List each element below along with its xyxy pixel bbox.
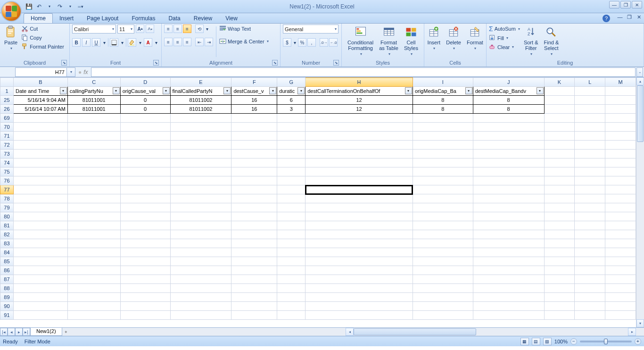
- office-button[interactable]: [1, 1, 22, 22]
- column-header-H[interactable]: H: [305, 78, 413, 87]
- cell-F89[interactable]: [231, 293, 277, 302]
- cell-E69[interactable]: [170, 114, 231, 123]
- save-icon[interactable]: 💾: [25, 2, 33, 11]
- cell-J71[interactable]: [473, 132, 544, 141]
- cell-B79[interactable]: [13, 203, 67, 212]
- cell-C89[interactable]: [67, 293, 120, 302]
- cell-J84[interactable]: [473, 248, 544, 257]
- align-bottom-icon[interactable]: ≡: [183, 25, 191, 33]
- cell-D91[interactable]: [120, 311, 170, 320]
- align-left-icon[interactable]: ≡: [164, 38, 173, 46]
- cell-D82[interactable]: [120, 230, 170, 239]
- cell-B86[interactable]: [13, 266, 67, 275]
- cell-J82[interactable]: [473, 230, 544, 239]
- row-header-88[interactable]: 88: [0, 284, 14, 293]
- italic-icon[interactable]: I: [82, 38, 91, 47]
- cell-I81[interactable]: [413, 221, 473, 230]
- cell-I75[interactable]: [413, 167, 473, 176]
- cell-J72[interactable]: [473, 141, 544, 150]
- cell-H82[interactable]: [305, 230, 413, 239]
- cell-F73[interactable]: [231, 150, 277, 158]
- cell-I87[interactable]: [413, 275, 473, 284]
- cell-E79[interactable]: [170, 203, 231, 212]
- column-header-D[interactable]: D: [120, 78, 170, 87]
- cell-C69[interactable]: [67, 114, 120, 123]
- cell-K84[interactable]: [544, 248, 575, 257]
- cell-I91[interactable]: [413, 311, 473, 320]
- merge-dropdown-icon[interactable]: ▾: [267, 39, 269, 43]
- cell-B89[interactable]: [13, 293, 67, 302]
- align-center-icon[interactable]: ≡: [173, 38, 182, 46]
- cell-E73[interactable]: [170, 150, 231, 158]
- cell-I85[interactable]: [413, 257, 473, 266]
- cell-H71[interactable]: [305, 132, 413, 141]
- cell-M82[interactable]: [605, 230, 636, 239]
- row-header-81[interactable]: 81: [0, 221, 14, 230]
- cell-F79[interactable]: [231, 203, 277, 212]
- cell-D80[interactable]: [120, 212, 170, 221]
- cell-M86[interactable]: [605, 266, 636, 275]
- undo-dropdown-icon[interactable]: ▾: [45, 2, 54, 11]
- cell-F74[interactable]: [231, 158, 277, 167]
- cell-K88[interactable]: [544, 284, 575, 293]
- fx-icon[interactable]: fx: [83, 69, 88, 75]
- clipboard-launcher-icon[interactable]: ⬊: [61, 60, 67, 66]
- cell-C73[interactable]: [67, 150, 120, 158]
- cell-E84[interactable]: [170, 248, 231, 257]
- cell-L75[interactable]: [575, 167, 605, 176]
- cell-D85[interactable]: [120, 257, 170, 266]
- cell-F82[interactable]: [231, 230, 277, 239]
- row-header-77[interactable]: 77: [0, 185, 14, 194]
- cell-C83[interactable]: [67, 239, 120, 248]
- cell-L81[interactable]: [575, 221, 605, 230]
- cell-B80[interactable]: [13, 212, 67, 221]
- cell-H74[interactable]: [305, 158, 413, 167]
- cell-H84[interactable]: [305, 248, 413, 257]
- zoom-out-icon[interactable]: −: [570, 338, 577, 345]
- cell-K85[interactable]: [544, 257, 575, 266]
- workbook-minimize[interactable]: —: [617, 14, 623, 20]
- header-cell-I[interactable]: origMediaCap_Ba▾: [413, 87, 473, 96]
- cell-J91[interactable]: [473, 311, 544, 320]
- comma-icon[interactable]: ,: [307, 38, 316, 47]
- filter-dropdown-C[interactable]: ▾: [113, 87, 120, 94]
- cell-I25[interactable]: 8: [413, 96, 473, 105]
- row-header-73[interactable]: 73: [0, 150, 14, 158]
- align-middle-icon[interactable]: ≡: [173, 25, 182, 33]
- align-top-icon[interactable]: ≡: [164, 25, 173, 33]
- cell-E83[interactable]: [170, 239, 231, 248]
- prev-sheet-icon[interactable]: ◂: [8, 328, 15, 336]
- cell-I72[interactable]: [413, 141, 473, 150]
- column-header-C[interactable]: C: [67, 78, 120, 87]
- font-color-dropdown-icon[interactable]: ▾: [154, 38, 158, 47]
- cell-B72[interactable]: [13, 141, 67, 150]
- cell-E26[interactable]: 81011002: [170, 105, 231, 114]
- cell-F71[interactable]: [231, 132, 277, 141]
- cell-C25[interactable]: 81011001: [67, 96, 120, 105]
- cell-C88[interactable]: [67, 284, 120, 293]
- cell-G91[interactable]: [277, 311, 305, 320]
- cell-M78[interactable]: [605, 194, 636, 203]
- cell-D81[interactable]: [120, 221, 170, 230]
- cell-L89[interactable]: [575, 293, 605, 302]
- cell-J69[interactable]: [473, 114, 544, 123]
- cell-E72[interactable]: [170, 141, 231, 150]
- zoom-slider-knob[interactable]: [604, 339, 608, 344]
- cell-I76[interactable]: [413, 176, 473, 185]
- column-header-I[interactable]: I: [413, 78, 473, 87]
- cell-F75[interactable]: [231, 167, 277, 176]
- cell-J83[interactable]: [473, 239, 544, 248]
- row-header-75[interactable]: 75: [0, 167, 14, 176]
- row-header-25[interactable]: 25: [0, 96, 14, 105]
- tab-view[interactable]: View: [219, 14, 244, 23]
- cell-L74[interactable]: [575, 158, 605, 167]
- row-header-90[interactable]: 90: [0, 302, 14, 311]
- cell-I74[interactable]: [413, 158, 473, 167]
- cell-H70[interactable]: [305, 123, 413, 132]
- bold-icon[interactable]: B: [72, 38, 81, 47]
- tab-review[interactable]: Review: [187, 14, 219, 23]
- grow-font-icon[interactable]: A▴: [136, 25, 144, 33]
- redo-icon[interactable]: ↷: [56, 2, 64, 11]
- cell-E82[interactable]: [170, 230, 231, 239]
- cell-M72[interactable]: [605, 141, 636, 150]
